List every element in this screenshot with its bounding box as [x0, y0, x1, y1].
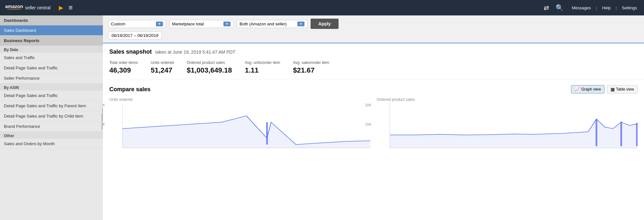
sidebar-item-sales-orders-month[interactable]: Sales and Orders by Month: [0, 139, 103, 149]
metric-label-avg-units: Avg. units/order item: [245, 60, 280, 65]
compare-title: Compare sales: [109, 86, 150, 93]
date-range-picker[interactable]: 06/19/2017 – 06/19/2019: [108, 31, 162, 40]
sales-chart-area: [390, 103, 638, 148]
graph-view-label: Graph view: [581, 87, 601, 92]
metric-label-ordered-product-sales: Ordered product sales: [187, 60, 232, 65]
table-icon: ▦: [611, 87, 615, 92]
metric-label-units-ordered: Units ordered: [151, 60, 174, 65]
metric-avg-sales: Avg. sales/order item $21.67: [293, 60, 329, 75]
svg-marker-0: [122, 116, 370, 148]
sidebar-subsection-other: Other: [0, 132, 103, 139]
sidebar-item-asin-detail-parent[interactable]: Detail Page Sales and Traffic by Parent …: [0, 101, 103, 111]
sidebar-item-asin-detail-child[interactable]: Detail Page Sales and Traffic by Child I…: [0, 111, 103, 121]
sidebar-subsection-by-asin: By ASIN: [0, 84, 103, 91]
graph-icon: 📈: [575, 87, 580, 92]
units-ordered-chart-wrap: 1.3K 1.0K: [109, 103, 370, 148]
metric-label-total-order-items: Total order items: [109, 60, 138, 65]
date-separator: –: [134, 33, 136, 38]
units-ordered-chart-label: Units ordered: [109, 97, 370, 102]
metric-value-ordered-product-sales: $1,003,649.18: [187, 66, 232, 75]
units-chart-y-mid: 1.0K: [103, 122, 105, 126]
metric-avg-units: Avg. units/order item 1.11: [245, 60, 280, 75]
sidebar-section-dashboards: Dashboards: [0, 15, 103, 25]
fulfillment-arrow[interactable]: ▼: [297, 22, 304, 26]
snapshot-subtitle: taken at June 19, 2019 5:41:47 AM PDT: [155, 49, 235, 55]
compare-header: Compare sales 📈 Graph view ▦ Table view: [109, 85, 638, 93]
date-to[interactable]: 06/19/2019: [137, 33, 158, 38]
nav-links: Messages | Help | Settings: [570, 5, 639, 10]
fulfillment-select[interactable]: Both (Amazon and seller) ▼: [237, 20, 307, 28]
date-range-row: 06/19/2017 – 06/19/2019: [108, 31, 639, 40]
svg-rect-3: [595, 119, 597, 146]
product-sales-chart: Ordered product sales 20K 15K: [377, 97, 638, 148]
top-nav: amazon ▔▔▔▔▔▔ seller central ▶ ≡ ⇄ 🔍 Mes…: [0, 0, 644, 15]
sidebar-item-sales-dashboard[interactable]: Sales Dashboard: [0, 25, 103, 36]
swap-icon[interactable]: ⇄: [544, 4, 549, 12]
settings-link[interactable]: Settings: [622, 5, 637, 10]
marketplace-arrow[interactable]: ▼: [223, 22, 231, 26]
table-view-button[interactable]: ▦ Table view: [607, 85, 638, 93]
sidebar-collapse-btn[interactable]: ‹: [102, 108, 103, 120]
fulfillment-value: Both (Amazon and seller): [240, 22, 287, 26]
metric-total-order-items: Total order items 46,309: [109, 60, 138, 75]
compare-section: Compare sales 📈 Graph view ▦ Table view: [103, 80, 644, 153]
filter-bar: Custom ▼ Marketplace total ▼ Both (Amazo…: [103, 15, 644, 43]
main-content: Custom ▼ Marketplace total ▼ Both (Amazo…: [103, 15, 644, 220]
sidebar-item-detail-page-sales-traffic[interactable]: Detail Page Sales and Traffic: [0, 63, 103, 73]
sidebar-subsection-by-date: By Date: [0, 46, 103, 53]
metric-value-total-order-items: 46,309: [109, 66, 138, 75]
flag-icon[interactable]: ▶: [59, 4, 63, 11]
main-layout: Dashboards Sales Dashboard Business Repo…: [0, 15, 644, 220]
units-chart-y-top: 1.3K: [103, 103, 105, 107]
metric-value-units-ordered: 51,247: [151, 66, 174, 75]
units-chart-area: [122, 103, 370, 148]
sidebar-section-business-reports: Business Reports: [0, 36, 103, 46]
graph-view-button[interactable]: 📈 Graph view: [571, 85, 604, 93]
sidebar-item-asin-detail-page[interactable]: Detail Page Sales and Traffic: [0, 91, 103, 101]
svg-rect-5: [636, 123, 638, 146]
top-nav-right: ⇄ 🔍 Messages | Help | Settings: [544, 4, 639, 12]
date-type-select[interactable]: Custom ▼: [108, 20, 166, 28]
svg-rect-1: [266, 122, 268, 145]
hamburger-icon[interactable]: ≡: [68, 4, 73, 12]
units-ordered-chart: Units ordered 1.3K 1.0K: [109, 97, 370, 148]
sales-chart-y-top: 20K: [365, 103, 372, 107]
search-icon[interactable]: 🔍: [556, 4, 564, 12]
metric-units-ordered: Units ordered 51,247: [151, 60, 174, 75]
apply-button[interactable]: Apply: [311, 19, 339, 29]
charts-row: Units ordered 1.3K 1.0K: [109, 97, 638, 148]
product-sales-chart-label: Ordered product sales: [377, 97, 638, 102]
brand-name: seller central: [25, 5, 50, 10]
sidebar-item-brand-performance[interactable]: Brand Performance: [0, 121, 103, 132]
table-view-label: Table view: [616, 87, 634, 92]
sales-chart-svg: [390, 103, 638, 148]
sidebar-item-sales-traffic[interactable]: Sales and Traffic: [0, 53, 103, 63]
marketplace-select[interactable]: Marketplace total ▼: [169, 20, 233, 28]
metric-value-avg-units: 1.11: [245, 66, 280, 75]
logo: amazon ▔▔▔▔▔▔ seller central: [5, 4, 50, 12]
date-type-arrow[interactable]: ▼: [156, 22, 163, 26]
svg-rect-4: [620, 122, 622, 146]
metric-ordered-product-sales: Ordered product sales $1,003,649.18: [187, 60, 232, 75]
sidebar-item-seller-performance[interactable]: Seller Performance: [0, 73, 103, 84]
date-type-value: Custom: [111, 22, 125, 26]
sales-chart-y-mid: 15K: [365, 122, 372, 126]
snapshot-section: Sales snapshot taken at June 19, 2019 5:…: [103, 43, 644, 80]
product-sales-chart-wrap: 20K 15K: [377, 103, 638, 148]
snapshot-title: Sales snapshot taken at June 19, 2019 5:…: [109, 48, 638, 55]
metric-label-avg-sales: Avg. sales/order item: [293, 60, 329, 65]
messages-link[interactable]: Messages: [572, 5, 591, 10]
amazon-logo: amazon ▔▔▔▔▔▔: [5, 4, 23, 12]
help-link[interactable]: Help: [602, 5, 611, 10]
snapshot-metrics: Total order items 46,309 Units ordered 5…: [109, 60, 638, 75]
metric-value-avg-sales: $21.67: [293, 66, 329, 75]
view-toggle: 📈 Graph view ▦ Table view: [571, 85, 638, 93]
sidebar: Dashboards Sales Dashboard Business Repo…: [0, 15, 103, 220]
marketplace-value: Marketplace total: [172, 22, 204, 26]
units-chart-svg: [122, 103, 370, 148]
filter-row: Custom ▼ Marketplace total ▼ Both (Amazo…: [108, 19, 639, 29]
snapshot-title-bold: Sales snapshot: [109, 48, 152, 55]
date-from[interactable]: 06/19/2017: [112, 33, 132, 38]
